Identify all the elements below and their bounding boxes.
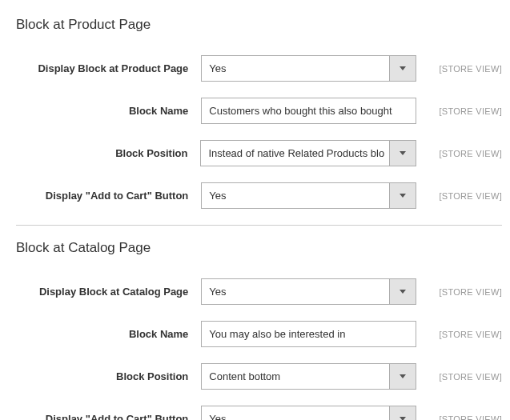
select-product-addcart[interactable]: Yes <box>201 182 416 209</box>
label-catalog-name: Block Name <box>16 328 201 340</box>
input-product-name[interactable] <box>201 98 416 124</box>
scope-label: [STORE VIEW] <box>439 191 502 201</box>
scope-label: [STORE VIEW] <box>439 330 502 339</box>
label-catalog-addcart: Display "Add to Cart" Button <box>16 413 201 420</box>
section-title-product: Block at Product Page <box>16 17 502 33</box>
label-product-addcart: Display "Add to Cart" Button <box>16 190 201 202</box>
input-catalog-name[interactable] <box>201 321 416 347</box>
label-catalog-position: Block Position <box>16 370 201 382</box>
chevron-down-icon <box>389 141 416 166</box>
label-product-position: Block Position <box>16 147 200 159</box>
scope-label: [STORE VIEW] <box>439 287 502 297</box>
chevron-down-icon <box>389 364 416 389</box>
chevron-down-icon <box>389 406 416 420</box>
label-catalog-display: Display Block at Catalog Page <box>16 286 201 298</box>
scope-label: [STORE VIEW] <box>439 414 502 421</box>
select-value: Content bottom <box>202 364 389 389</box>
chevron-down-icon <box>389 183 416 208</box>
select-value: Yes <box>202 56 389 81</box>
select-value: Yes <box>202 279 389 304</box>
scope-label: [STORE VIEW] <box>439 149 502 158</box>
section-title-catalog: Block at Catalog Page <box>16 240 502 256</box>
scope-label: [STORE VIEW] <box>439 106 502 116</box>
select-catalog-display[interactable]: Yes <box>201 278 416 305</box>
scope-label: [STORE VIEW] <box>439 64 502 74</box>
select-product-display[interactable]: Yes <box>201 55 416 82</box>
select-catalog-addcart[interactable]: Yes <box>201 406 416 420</box>
chevron-down-icon <box>389 279 416 304</box>
select-value: Instead of native Related Products blo <box>201 141 389 166</box>
scope-label: [STORE VIEW] <box>439 372 502 382</box>
select-product-position[interactable]: Instead of native Related Products blo <box>200 140 416 166</box>
label-product-name: Block Name <box>16 105 201 117</box>
select-value: Yes <box>202 183 389 208</box>
select-catalog-position[interactable]: Content bottom <box>201 363 416 390</box>
select-value: Yes <box>202 406 389 420</box>
label-product-display: Display Block at Product Page <box>16 62 201 74</box>
chevron-down-icon <box>389 56 416 81</box>
section-divider <box>16 225 502 226</box>
